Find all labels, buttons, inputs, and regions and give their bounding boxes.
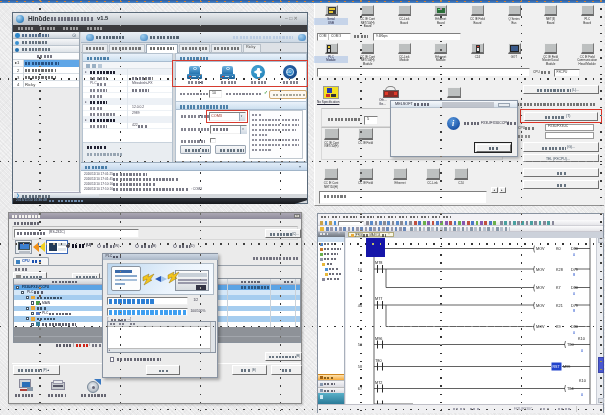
svg-text:67: 67: [358, 387, 362, 391]
svg-text:K7: K7: [556, 286, 561, 290]
svg-text:0: 0: [573, 291, 575, 295]
svg-text:D80: D80: [571, 247, 578, 251]
svg-text:0: 0: [573, 330, 575, 334]
svg-text:0: 0: [573, 252, 575, 256]
svg-text:M72: M72: [375, 380, 382, 384]
svg-text:8: 8: [573, 309, 575, 313]
svg-text:M78: M78: [375, 261, 382, 265]
svg-text:D80: D80: [571, 325, 578, 329]
svg-text:8: 8: [573, 273, 575, 277]
svg-text:K28: K28: [556, 267, 563, 271]
svg-text:MOV: MOV: [536, 325, 545, 329]
svg-text:MOV: MOV: [536, 267, 545, 271]
svg-text:RST: RST: [553, 365, 561, 369]
svg-text:10: 10: [358, 267, 362, 271]
svg-text:K10: K10: [579, 378, 586, 382]
svg-text:D79: D79: [571, 267, 578, 271]
svg-text:T84: T84: [567, 387, 574, 391]
svg-text:T80: T80: [567, 343, 574, 347]
svg-text:D79: D79: [571, 303, 578, 307]
svg-text:M96: M96: [375, 336, 382, 340]
svg-text:MOV: MOV: [536, 286, 545, 290]
svg-text:MOV: MOV: [536, 303, 545, 307]
svg-text:T80: T80: [375, 358, 382, 362]
svg-text:K10: K10: [578, 336, 585, 340]
svg-text:M99: M99: [563, 365, 570, 369]
svg-text:K9: K9: [556, 325, 561, 329]
svg-text:K0: K0: [556, 247, 561, 251]
svg-text:MOV: MOV: [536, 247, 545, 251]
svg-text:D80: D80: [571, 286, 578, 290]
svg-text:58: 58: [358, 365, 362, 369]
svg-text:M77: M77: [375, 297, 382, 301]
svg-text:44: 44: [358, 303, 362, 307]
svg-text:0: 0: [581, 392, 583, 396]
svg-text:0: 0: [581, 348, 583, 352]
svg-text:K21: K21: [556, 303, 563, 307]
svg-text:50: 50: [358, 343, 362, 347]
